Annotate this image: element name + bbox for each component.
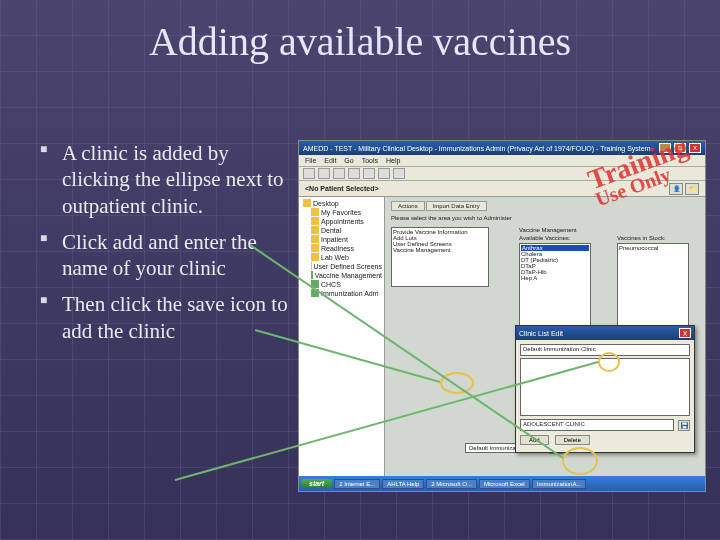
patient-bar-icons: 👤 📁 [669, 183, 699, 195]
dialog-buttons: Add Delete [520, 435, 690, 445]
list-item: Pneumococcal [619, 245, 687, 251]
tree-item[interactable]: CHCS [301, 280, 382, 289]
taskbar-item[interactable]: Microsoft Excel [479, 479, 530, 489]
vaccine-mgmt-header: Vaccine Management [519, 227, 699, 233]
bullet-list: A clinic is added by clicking the ellips… [40, 140, 300, 354]
toolbar [299, 167, 705, 181]
window-title: AMEDD - TEST - Military Clinical Desktop… [303, 145, 651, 152]
start-button[interactable]: start [301, 479, 332, 488]
menu-bar: File Edit Go Tools Help [299, 155, 705, 167]
available-label: Available Vaccines: [519, 235, 591, 241]
dialog-titlebar: Clinic List Edit X [516, 326, 694, 340]
available-vaccines-listbox[interactable]: Anthrax Cholera DT (Pediatric) DTaP DTaP… [519, 243, 591, 329]
tab-strip: Actions Import Data Entry [391, 201, 699, 211]
tab-import[interactable]: Import Data Entry [426, 201, 487, 211]
maximize-button[interactable]: □ [674, 143, 686, 153]
close-button[interactable]: X [689, 143, 701, 153]
left-panel: Provide Vaccine Information Add Lots Use… [391, 227, 489, 329]
tree-item[interactable]: Lab Web [301, 253, 382, 262]
bullet-3: Then click the save icon to add the clin… [40, 291, 300, 344]
patient-bar-icon[interactable]: 📁 [685, 183, 699, 195]
toolbar-icon[interactable] [378, 168, 390, 179]
patient-bar: <No Patient Selected> 👤 📁 [299, 181, 705, 197]
tree-item[interactable]: User Defined Screens [301, 262, 382, 271]
dialog-close-button[interactable]: X [679, 328, 691, 338]
toolbar-icon[interactable] [333, 168, 345, 179]
bullet-1: A clinic is added by clicking the ellips… [40, 140, 300, 219]
toolbar-icon[interactable] [303, 168, 315, 179]
toolbar-icon[interactable] [318, 168, 330, 179]
tree-item[interactable]: Dental [301, 226, 382, 235]
add-button[interactable]: Add [520, 435, 549, 445]
tab-actions[interactable]: Actions [391, 201, 425, 211]
taskbar-item[interactable]: 2 Internet E... [334, 479, 380, 489]
taskbar: start 2 Internet E... AHLTA Help 2 Micro… [299, 476, 705, 491]
taskbar-item[interactable]: ImmunizationA... [532, 479, 587, 489]
tree-item[interactable]: Vaccine Management [301, 271, 382, 280]
window-controls: _ □ X [658, 143, 701, 153]
toolbar-icon[interactable] [348, 168, 360, 179]
patient-bar-icon[interactable]: 👤 [669, 183, 683, 195]
tree-item[interactable]: Appointments [301, 217, 382, 226]
toolbar-icon[interactable] [363, 168, 375, 179]
dialog-body: Default Immunization Clinic ADOLESCENT C… [516, 340, 694, 449]
svg-rect-2 [682, 426, 686, 428]
tree-item[interactable]: Readiness [301, 244, 382, 253]
tree-root[interactable]: Desktop [301, 199, 382, 208]
menu-edit[interactable]: Edit [324, 157, 336, 164]
taskbar-item[interactable]: AHLTA Help [382, 479, 424, 489]
slide: Adding available vaccines A clinic is ad… [0, 0, 720, 540]
tree-item[interactable]: Inpatient [301, 235, 382, 244]
list-item: Hep A [521, 275, 589, 281]
panel-row: Provide Vaccine Information Add Lots Use… [391, 227, 699, 329]
delete-button[interactable]: Delete [555, 435, 590, 445]
menu-help[interactable]: Help [386, 157, 400, 164]
menu-tools[interactable]: Tools [362, 157, 378, 164]
vaccine-mgmt-group: Vaccine Management Available Vaccines: A… [519, 227, 699, 329]
area-listbox[interactable]: Provide Vaccine Information Add Lots Use… [391, 227, 489, 287]
nav-tree: Desktop My Favorites Appointments Dental… [299, 197, 385, 476]
menu-go[interactable]: Go [344, 157, 353, 164]
save-icon[interactable] [678, 420, 690, 431]
slide-title: Adding available vaccines [0, 18, 720, 65]
minimize-button[interactable]: _ [659, 143, 671, 153]
embedded-app-window: AMEDD - TEST - Military Clinical Desktop… [298, 140, 706, 492]
menu-file[interactable]: File [305, 157, 316, 164]
toolbar-icon[interactable] [393, 168, 405, 179]
tree-item[interactable]: My Favorites [301, 208, 382, 217]
clinic-name-input[interactable]: ADOLESCENT CLINIC [520, 419, 674, 431]
main-panel: Actions Import Data Entry Please select … [385, 197, 705, 476]
clinic-list-dialog: Clinic List Edit X Default Immunization … [515, 325, 695, 453]
stock-vaccines-listbox[interactable]: Pneumococcal [617, 243, 689, 329]
dialog-label-field: Default Immunization Clinic [520, 344, 690, 356]
stock-label: Vaccines in Stock: [617, 235, 689, 241]
instruction-text: Please select the area you wish to Admin… [391, 215, 699, 221]
taskbar-item[interactable]: 2 Microsoft O... [426, 479, 477, 489]
dialog-title: Clinic List Edit [519, 330, 563, 337]
no-patient-label: <No Patient Selected> [305, 185, 379, 192]
dialog-clinic-listbox[interactable] [520, 358, 690, 416]
bullet-2: Click add and enter the name of your cli… [40, 229, 300, 282]
window-titlebar: AMEDD - TEST - Military Clinical Desktop… [299, 141, 705, 155]
svg-rect-1 [682, 422, 687, 424]
tree-item[interactable]: Immunization Adm [301, 289, 382, 298]
app-body: Desktop My Favorites Appointments Dental… [299, 197, 705, 476]
